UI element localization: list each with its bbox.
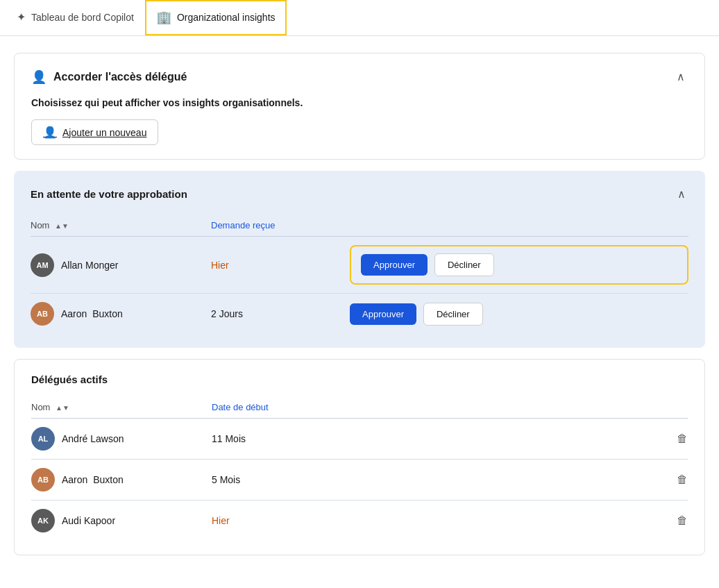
table-row: AK Audi Kapoor Hier 🗑 — [31, 501, 688, 541]
delete-button[interactable]: 🗑 — [677, 432, 688, 444]
delegates-table: Nom ▲▼ Date de début AL — [31, 396, 688, 541]
sort-icon[interactable]: ▲▼ — [56, 404, 69, 412]
actions-highlight: Approuver Décliner — [350, 245, 688, 285]
delegated-access-card: 👤 Accorder l'accès délégué ∧ Choisissez … — [14, 53, 705, 160]
decline-button[interactable]: Décliner — [423, 303, 483, 326]
person-name: André Lawson — [62, 433, 124, 444]
avatar: AB — [31, 468, 55, 492]
actions-buttons: Approuver Décliner — [361, 253, 677, 276]
sort-icon[interactable]: ▲▼ — [55, 222, 69, 230]
person-name-cell: AB Aaron Buxton — [31, 460, 212, 501]
decline-button[interactable]: Décliner — [434, 253, 494, 276]
building-icon: 🏢 — [156, 10, 171, 25]
date-cell: Hier — [212, 501, 350, 541]
tab-copilot-dashboard[interactable]: ✦ Tableau de bord Copilot — [6, 0, 145, 35]
date-cell: Hier — [211, 237, 350, 294]
delegates-title: Délégués actifs — [31, 373, 688, 385]
person-name-cell: AB Aaron Buxton — [31, 294, 211, 335]
pending-col-name: Nom ▲▼ — [31, 215, 211, 237]
table-row: AL André Lawson 11 Mois 🗑 — [31, 419, 688, 460]
pending-collapse-button[interactable]: ∧ — [675, 185, 688, 203]
delegate-icon: 👤 — [31, 69, 46, 85]
actions-cell: Approuver Décliner — [350, 294, 688, 335]
pending-title: En attente de votre approbation — [31, 188, 187, 200]
section-title: 👤 Accorder l'accès délégué — [31, 69, 187, 85]
person-name-cell: AM Allan Monger — [31, 237, 211, 294]
delegates-section: Délégués actifs Nom ▲▼ Date de début — [14, 359, 705, 555]
date-value: 11 Mois — [212, 433, 246, 444]
person-name: Aaron Buxton — [62, 474, 124, 485]
person-name-cell: AL André Lawson — [31, 419, 212, 460]
sparkle-icon: ✦ — [17, 10, 26, 24]
delete-button[interactable]: 🗑 — [677, 514, 688, 526]
add-person-icon: 👤 — [43, 126, 57, 139]
actions-buttons: Approuver Décliner — [350, 303, 688, 326]
add-new-button[interactable]: 👤 Ajouter un nouveau — [31, 119, 158, 145]
avatar: AB — [31, 302, 54, 326]
delegated-access-description: Choisissez qui peut afficher vos insight… — [31, 97, 688, 108]
date-value: 5 Mois — [212, 474, 240, 485]
delegates-col-actions — [350, 396, 688, 419]
delete-cell: 🗑 — [350, 419, 688, 460]
avatar: AL — [31, 427, 55, 451]
avatar: AK — [31, 509, 55, 532]
date-value: 2 Jours — [211, 308, 243, 319]
person-name: Allan Monger — [61, 260, 119, 271]
pending-col-actions — [350, 215, 688, 237]
tab-organizational-insights[interactable]: 🏢 Organizational insights — [145, 0, 287, 35]
pending-col-date: Demande reçue — [211, 215, 350, 237]
date-cell: 2 Jours — [211, 294, 350, 335]
tab-bar: ✦ Tableau de bord Copilot 🏢 Organization… — [0, 0, 719, 36]
tab-copilot-label: Tableau de bord Copilot — [31, 12, 134, 23]
collapse-button[interactable]: ∧ — [674, 67, 688, 86]
app-container: ✦ Tableau de bord Copilot 🏢 Organization… — [0, 0, 719, 588]
date-value: Hier — [212, 515, 230, 526]
pending-section: En attente de votre approbation ∧ Nom ▲▼… — [14, 171, 705, 348]
table-row: AM Allan Monger Hier Approuver Décl — [31, 237, 688, 294]
date-cell: 11 Mois — [212, 419, 350, 460]
approve-button[interactable]: Approuver — [361, 254, 428, 276]
table-row: AB Aaron Buxton 2 Jours Approuver Déclin… — [31, 294, 688, 335]
actions-cell: Approuver Décliner — [350, 237, 688, 294]
date-cell: 5 Mois — [212, 460, 350, 501]
delegates-col-date: Date de début — [212, 396, 350, 419]
date-value: Hier — [211, 260, 229, 271]
person-name: Aaron Buxton — [61, 308, 123, 319]
delete-cell: 🗑 — [350, 460, 688, 501]
approve-button[interactable]: Approuver — [350, 303, 416, 325]
table-row: AB Aaron Buxton 5 Mois 🗑 — [31, 460, 688, 501]
delete-button[interactable]: 🗑 — [677, 473, 688, 485]
pending-table: Nom ▲▼ Demande reçue AM — [31, 215, 688, 334]
pending-header: En attente de votre approbation ∧ — [31, 185, 688, 203]
section-header: 👤 Accorder l'accès délégué ∧ — [31, 67, 688, 86]
add-button-label: Ajouter un nouveau — [62, 127, 146, 138]
delete-cell: 🗑 — [350, 501, 688, 541]
avatar: AM — [31, 253, 54, 277]
tab-insights-label: Organizational insights — [177, 12, 276, 23]
main-content: 👤 Accorder l'accès délégué ∧ Choisissez … — [0, 36, 719, 588]
person-name-cell: AK Audi Kapoor — [31, 501, 212, 541]
delegates-col-name: Nom ▲▼ — [31, 396, 212, 419]
person-name: Audi Kapoor — [62, 515, 115, 526]
delegated-access-title: Accorder l'accès délégué — [53, 71, 187, 83]
